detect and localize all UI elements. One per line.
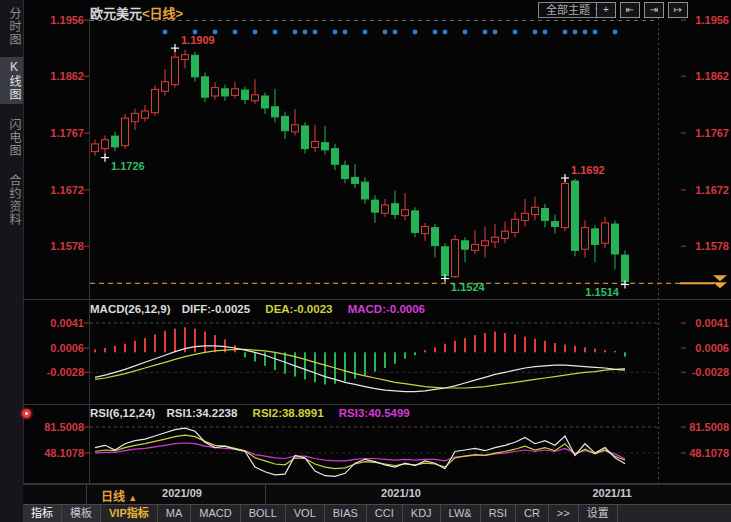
y-axis-label: 1.1956 bbox=[684, 14, 729, 26]
price-annotation: 1.1514 bbox=[585, 286, 619, 298]
y-axis-label: 1.1767 bbox=[684, 127, 729, 139]
rsi3-line bbox=[95, 443, 625, 461]
y-axis-label: 0.0041 bbox=[684, 317, 729, 329]
tab-settings[interactable]: 设置 bbox=[579, 505, 618, 522]
extreme-marker-cross bbox=[561, 174, 569, 182]
rsi-header: RSI(6,12,24) RSI1:34.2238 RSI2:38.8991 R… bbox=[90, 407, 410, 419]
y-axis-label: 0.0006 bbox=[684, 342, 729, 354]
rsi1-line bbox=[95, 428, 625, 476]
y-axis-label: 0.0006 bbox=[24, 342, 84, 354]
y-axis-label: 0.0041 bbox=[24, 317, 84, 329]
current-price-line bbox=[90, 275, 727, 288]
y-axis-label: 1.1862 bbox=[684, 70, 729, 82]
period-selector[interactable]: 日线 ▲ bbox=[101, 487, 137, 504]
y-axis-label: -0.0028 bbox=[684, 366, 729, 378]
price-annotation: 1.1524 bbox=[451, 281, 485, 293]
divider bbox=[265, 485, 266, 504]
tab-more[interactable]: >> bbox=[549, 505, 579, 522]
y-axis-label: 1.1767 bbox=[24, 127, 84, 139]
y-axis-label: 1.1578 bbox=[684, 240, 729, 252]
tab-cr[interactable]: CR bbox=[516, 505, 549, 522]
macd-header: MACD(26,12,9) DIFF:-0.0025 DEA:-0.0023 M… bbox=[90, 303, 425, 315]
tab-boll[interactable]: BOLL bbox=[241, 505, 286, 522]
candlestick-series bbox=[92, 48, 629, 284]
tab-indicator[interactable]: 指标 bbox=[23, 505, 62, 522]
triangle-up-icon: ▲ bbox=[128, 493, 137, 503]
y-axis-label: -0.0028 bbox=[24, 366, 84, 378]
indicator-alert-icon bbox=[21, 408, 32, 419]
dea-line bbox=[95, 349, 625, 388]
tab-vol[interactable]: VOL bbox=[286, 505, 325, 522]
tab-cci[interactable]: CCI bbox=[367, 505, 403, 522]
y-axis-label: 48.1078 bbox=[684, 447, 729, 459]
tab-vip-indicator[interactable]: VIP指标 bbox=[101, 505, 158, 522]
y-axis-label: 81.5008 bbox=[24, 421, 84, 433]
date-label: 2021/11 bbox=[592, 487, 631, 499]
price-annotation: 1.1692 bbox=[571, 164, 605, 176]
price-marker-icon bbox=[713, 275, 727, 288]
tab-template[interactable]: 模板 bbox=[62, 505, 101, 522]
y-axis-label: 48.1078 bbox=[24, 447, 84, 459]
tab-rsi[interactable]: RSI bbox=[481, 505, 516, 522]
price-annotation: 1.1909 bbox=[181, 34, 215, 46]
diff-line bbox=[95, 346, 625, 392]
date-label: 2021/09 bbox=[162, 487, 202, 499]
extreme-marker-cross bbox=[101, 154, 109, 162]
tab-ma[interactable]: MA bbox=[158, 505, 192, 522]
chart-canvas bbox=[0, 0, 731, 522]
tab-kdj[interactable]: KDJ bbox=[403, 505, 441, 522]
y-axis-label: 81.5008 bbox=[684, 421, 729, 433]
divider bbox=[86, 485, 87, 504]
y-axis-label: 1.1672 bbox=[24, 184, 84, 196]
tab-macd[interactable]: MACD bbox=[191, 505, 240, 522]
y-axis-label: 1.1956 bbox=[24, 14, 84, 26]
trading-terminal-window: 分时图K线图闪电图合约资料 欧元美元<日线> 全部主题 ▼ +⇤⇥↦ MACD(… bbox=[0, 0, 731, 522]
macd-histogram bbox=[94, 327, 626, 384]
y-axis-label: 1.1862 bbox=[24, 70, 84, 82]
date-label: 2021/10 bbox=[381, 487, 421, 499]
indicator-tab-bar: 指标模板VIP指标MAMACDBOLLVOLBIASCCIKDJLW&RSICR… bbox=[23, 504, 731, 522]
date-axis-row: 日线 ▲ 2021/092021/102021/11 bbox=[23, 484, 731, 505]
tab-bias[interactable]: BIAS bbox=[325, 505, 367, 522]
extreme-marker-cross bbox=[171, 44, 179, 52]
y-axis-label: 1.1578 bbox=[24, 240, 84, 252]
price-annotation: 1.1726 bbox=[111, 160, 145, 172]
tab-lw[interactable]: LW& bbox=[441, 505, 481, 522]
y-axis-label: 1.1672 bbox=[684, 184, 729, 196]
signal-dots bbox=[163, 30, 618, 35]
